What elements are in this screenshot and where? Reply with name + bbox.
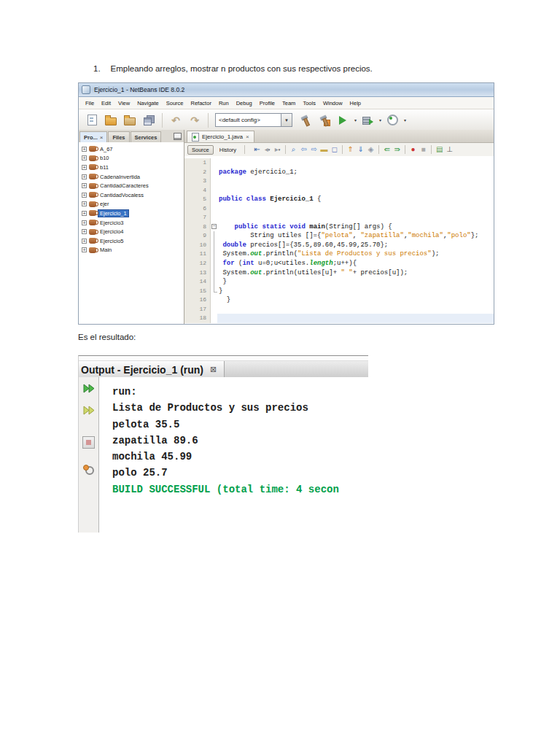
profile-project-button[interactable] bbox=[384, 112, 400, 128]
menu-window[interactable]: Window bbox=[319, 100, 346, 107]
expand-icon[interactable]: + bbox=[82, 183, 87, 188]
expand-icon[interactable]: + bbox=[82, 155, 87, 160]
editor-tab[interactable]: Ejercicio_1.java × bbox=[187, 131, 254, 142]
code-line-11[interactable]: 11 System.out.println("Lista de Producto… bbox=[184, 249, 494, 259]
expand-icon[interactable]: + bbox=[82, 247, 87, 252]
run-project-button[interactable] bbox=[335, 112, 351, 128]
tree-item-ejercicio_1[interactable]: +Ejercicio_1 bbox=[79, 209, 184, 218]
menu-debug[interactable]: Debug bbox=[233, 100, 256, 107]
expand-icon[interactable]: + bbox=[82, 201, 87, 206]
last-edit-icon[interactable]: ⇤ bbox=[252, 144, 262, 155]
redo-button[interactable]: ↷ bbox=[187, 112, 203, 128]
build-project-button[interactable] bbox=[297, 112, 313, 128]
menu-team[interactable]: Team bbox=[279, 100, 299, 107]
save-all-button[interactable] bbox=[141, 112, 157, 128]
panel-tab-services[interactable]: Services bbox=[131, 131, 162, 142]
code-line-16[interactable]: 16 } bbox=[184, 295, 494, 305]
expand-icon[interactable]: + bbox=[82, 147, 87, 152]
tab-close-icon[interactable]: × bbox=[246, 133, 249, 140]
comment-icon[interactable]: ▤ bbox=[435, 144, 444, 155]
expand-icon[interactable]: + bbox=[82, 193, 87, 198]
expand-icon[interactable]: + bbox=[82, 220, 87, 225]
shift-left-icon[interactable]: ⇚ bbox=[382, 144, 392, 155]
shift-right-icon[interactable]: ⇛ bbox=[392, 144, 402, 155]
expand-icon[interactable]: + bbox=[82, 174, 87, 179]
tab-close-icon[interactable]: ⊠ bbox=[210, 365, 217, 374]
stop-macro-icon[interactable]: ● bbox=[408, 144, 418, 155]
forward-icon[interactable]: ▸▾ bbox=[273, 144, 282, 155]
toggle-highlight-icon[interactable]: ▬ bbox=[319, 144, 329, 155]
code-line-6[interactable]: 6 bbox=[184, 204, 494, 214]
menu-file[interactable]: File bbox=[82, 100, 98, 107]
code-line-8[interactable]: 8− public static void main(String[] args… bbox=[184, 222, 494, 232]
code-line-14[interactable]: 14 } bbox=[184, 277, 494, 287]
history-view-button[interactable]: History bbox=[216, 146, 240, 154]
code-line-2[interactable]: 2package ejercicio_1; bbox=[184, 168, 494, 177]
menu-profile[interactable]: Profile bbox=[256, 100, 279, 107]
code-line-17[interactable]: 17 bbox=[184, 305, 494, 314]
toggle-bookmark-icon[interactable]: ◈ bbox=[366, 144, 376, 155]
code-line-5[interactable]: 5public class Ejercicio_1 { bbox=[184, 195, 494, 204]
tree-item-ejercicio5[interactable]: +Ejercicio5 bbox=[79, 236, 184, 246]
chevron-down-icon[interactable]: ▼ bbox=[281, 114, 292, 126]
rerun-ant-button[interactable] bbox=[82, 404, 96, 416]
stop-run-button[interactable] bbox=[82, 436, 95, 449]
back-icon[interactable]: ◂▾ bbox=[262, 144, 272, 155]
menu-edit[interactable]: Edit bbox=[98, 100, 114, 107]
tree-item-a_67[interactable]: +A_67 bbox=[79, 144, 184, 154]
find-icon[interactable]: ⌕ bbox=[289, 144, 298, 155]
code-line-7[interactable]: 7 bbox=[184, 213, 494, 222]
menu-source[interactable]: Source bbox=[163, 100, 187, 107]
panel-tab-files[interactable]: Files bbox=[108, 131, 129, 142]
debug-dropdown-icon[interactable]: ▾ bbox=[379, 117, 381, 123]
tree-item-b10[interactable]: +b10 bbox=[79, 154, 184, 163]
next-bookmark-icon[interactable]: ⇓ bbox=[356, 144, 365, 155]
tree-item-cantidadvocaless[interactable]: +CantidadVocaless bbox=[79, 190, 184, 200]
output-tab[interactable]: Output - Ejercicio_1 (run) ⊠ bbox=[79, 361, 225, 378]
undo-button[interactable]: ↶ bbox=[168, 112, 184, 128]
config-select[interactable]: <default config> ▼ bbox=[215, 113, 292, 127]
code-line-4[interactable]: 4 bbox=[184, 186, 494, 196]
code-line-9[interactable]: 9 String utiles []={"pelota", "zapatilla… bbox=[184, 231, 494, 241]
start-macro-icon[interactable]: ■ bbox=[419, 144, 428, 155]
expand-icon[interactable]: + bbox=[82, 165, 87, 170]
tree-item-main[interactable]: +Main bbox=[79, 246, 184, 255]
rectangular-selection-icon[interactable]: ◻ bbox=[330, 144, 339, 155]
tab-close-icon[interactable]: × bbox=[100, 134, 104, 141]
menu-view[interactable]: View bbox=[114, 100, 133, 107]
new-file-button[interactable] bbox=[84, 112, 100, 128]
ant-settings-icon[interactable] bbox=[83, 465, 95, 475]
debug-project-button[interactable] bbox=[359, 112, 376, 128]
new-project-button[interactable] bbox=[103, 112, 119, 128]
menu-navigate[interactable]: Navigate bbox=[133, 100, 163, 107]
previous-bookmark-icon[interactable]: ⇑ bbox=[346, 144, 355, 155]
tree-item-ejer[interactable]: +ejer bbox=[79, 200, 184, 209]
output-text[interactable]: run:Lista de Productos y sus preciospelo… bbox=[99, 377, 368, 533]
code-line-18[interactable]: 18 bbox=[184, 314, 494, 323]
expand-icon[interactable]: + bbox=[82, 239, 87, 244]
fold-collapse-icon[interactable]: − bbox=[211, 224, 217, 229]
code-line-10[interactable]: 10 double precios[]={35.5,89.60,45.99,25… bbox=[184, 241, 494, 250]
code-line-15[interactable]: 15} bbox=[184, 287, 494, 296]
profile-dropdown-icon[interactable]: ▾ bbox=[404, 117, 406, 123]
tree-item-b11[interactable]: +b11 bbox=[79, 163, 184, 172]
expand-icon[interactable]: + bbox=[82, 229, 87, 234]
menu-help[interactable]: Help bbox=[346, 100, 365, 107]
code-area[interactable]: 12package ejercicio_1;345public class Ej… bbox=[184, 156, 494, 324]
menu-run[interactable]: Run bbox=[215, 100, 233, 107]
menu-refactor[interactable]: Refactor bbox=[187, 100, 215, 107]
code-line-12[interactable]: 12 for (int u=0;u<utiles.length;u++){ bbox=[184, 259, 494, 268]
menu-tools[interactable]: Tools bbox=[299, 100, 319, 107]
source-view-button[interactable]: Source bbox=[187, 145, 214, 155]
code-line-13[interactable]: 13 System.out.println(utiles[u]+ " "+ pr… bbox=[184, 268, 494, 278]
uncomment-icon[interactable]: ⊥ bbox=[445, 144, 454, 155]
panel-tab-pro[interactable]: Pro...× bbox=[79, 131, 107, 142]
tree-item-ejercicio4[interactable]: +Ejercicio4 bbox=[79, 227, 184, 236]
tree-item-ejercicio3[interactable]: +Ejercicio3 bbox=[79, 218, 184, 228]
expand-icon[interactable]: + bbox=[82, 211, 87, 216]
minimize-panel-button[interactable] bbox=[174, 133, 182, 140]
code-line-3[interactable]: 3 bbox=[184, 177, 494, 186]
run-dropdown-icon[interactable]: ▾ bbox=[354, 117, 357, 123]
tree-item-cadenainvertida[interactable]: +CadenaInvertida bbox=[79, 172, 184, 182]
find-next-icon[interactable]: ⇨ bbox=[309, 144, 319, 155]
